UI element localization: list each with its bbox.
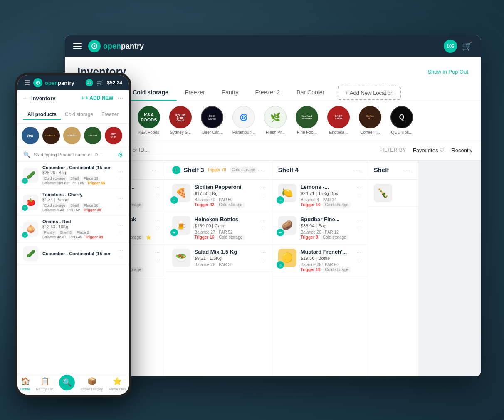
item-pepperoni-add-btn[interactable]: + — [170, 196, 178, 204]
mobile-item-tomatoes-more[interactable]: ··· — [118, 195, 123, 202]
item-beef-heart[interactable]: ♡ — [155, 225, 160, 232]
mobile-item-cucumber-heart[interactable]: ♡ — [119, 176, 123, 182]
supplier-logo-sydney[interactable]: SydneySmallGood Sydney S... — [168, 106, 193, 135]
mobile-search: 🔍 ⚙ — [17, 148, 129, 162]
mobile-tab-cold[interactable]: Cold storage — [61, 110, 97, 120]
hamburger-menu-icon[interactable] — [73, 43, 82, 49]
item-spudbar-heart[interactable]: ♡ — [357, 225, 362, 232]
item-lemons-add-btn[interactable]: + — [277, 196, 284, 204]
item-pepperoni-heart[interactable]: ♡ — [261, 193, 266, 199]
tab-pantry[interactable]: Pantry — [213, 85, 247, 101]
supplier-logo-coffee[interactable]: CoffeeH... Coffee H... — [358, 106, 383, 135]
cart-icon[interactable]: 🛒 — [462, 41, 472, 51]
user-avatar[interactable]: 105 — [444, 40, 457, 53]
item-mustard-add-btn[interactable]: + — [277, 261, 284, 269]
svg-point-1 — [94, 45, 95, 47]
item-heineken-heart[interactable]: ♡ — [261, 225, 266, 232]
shelf-partial-more[interactable]: ··· — [403, 166, 412, 174]
mobile-item-tomatoes-info: Tomatoes - Cherry $1.84 | Punnet Cold st… — [42, 192, 114, 212]
mobile-item-tomatoes-add[interactable]: + — [22, 205, 28, 211]
logo-area: openpantry — [88, 40, 437, 52]
item-lemons-more[interactable]: ··· — [357, 184, 362, 190]
item-salad: 🥗 Salad Mix 1.5 Kg $9.21 | 1.5Kg Balance… — [166, 245, 272, 272]
mobile-more-button[interactable]: ··· — [118, 94, 123, 102]
item-salad-heart[interactable]: ♡ — [261, 258, 266, 264]
mobile-nav-favs[interactable]: ⭐ Favourites — [109, 377, 126, 391]
shelf-partial-header: Shelf ··· — [368, 161, 418, 180]
item-lemons-trigger: Trigger 10 Cold storage — [301, 202, 353, 208]
tab-freezer-2[interactable]: Freezer 2 — [247, 85, 288, 101]
tab-cold-storage[interactable]: Cold storage — [124, 85, 177, 101]
item-chilli-more[interactable]: ··· — [155, 249, 160, 255]
supplier-name-fine-food: Fine Foo... — [297, 130, 317, 135]
mobile-search-btn[interactable]: 🔍 — [59, 375, 75, 390]
mobile-filter-icon[interactable]: ⚙ — [118, 151, 123, 158]
shelf-3-more[interactable]: ··· — [257, 166, 266, 174]
mobile-supplier-fine[interactable]: fine food — [84, 127, 101, 144]
tab-bar-cooler[interactable]: Bar Cooler — [288, 85, 333, 101]
item-heineken-more[interactable]: ··· — [261, 216, 266, 223]
item-spudbar-add-btn[interactable]: + — [277, 229, 284, 236]
supplier-logo-beer-cartel[interactable]: BeerCartel Beer Car... — [200, 106, 225, 135]
mobile-cart-icon[interactable]: 🛒 — [96, 79, 104, 86]
favourites-filter[interactable]: Favourites ♡ — [413, 147, 445, 153]
mobile-back-button[interactable]: ← Inventory — [23, 95, 56, 101]
item-beef-more[interactable]: ··· — [155, 216, 160, 223]
mobile-nav-orders[interactable]: 📦 Order History — [81, 377, 103, 391]
shelf-3-add-btn[interactable]: + — [172, 166, 180, 174]
mobile-hamburger-icon[interactable]: ☰ — [24, 79, 30, 87]
recently-filter[interactable]: Recently — [451, 147, 472, 153]
mobile-item-onions-more[interactable]: ··· — [118, 222, 123, 229]
supplier-logo-fine-food[interactable]: fine foodaustralia Fine Foo... — [294, 106, 319, 135]
mobile-inventory-header: ← Inventory + + ADD NEW ··· — [17, 90, 129, 106]
show-popout-button[interactable]: Show in Pop Out — [427, 69, 468, 75]
supplier-logo-enoteca[interactable]: ENOTSYDN Enoteca... — [326, 106, 351, 135]
item-chilli-heart[interactable]: ♡ — [155, 258, 160, 264]
item-heineken-details: Heineken Bottles $139.00 | Case Balance … — [195, 216, 257, 240]
item-lemons: 🍋 + Lemons -... $24.71 | 15Kg Box Balanc… — [272, 180, 368, 212]
shelf-3-items: 🍕 + Sicilian Pepperoni $17.50 | Kg Balan… — [166, 180, 272, 376]
mobile-nav-search[interactable]: 🔍 — [59, 378, 75, 390]
shelf-4-more[interactable]: ··· — [353, 166, 362, 174]
supplier-logo-paramount[interactable]: 🌀 Paramoun... — [231, 106, 256, 135]
mobile-search-input[interactable] — [34, 152, 114, 157]
mobile-items-list: 🥒 + Cucumber - Continental (15 per $25.2… — [17, 162, 129, 265]
mobile-item-cucumber2-more[interactable]: ··· — [118, 247, 123, 253]
item-pepperoni: 🍕 + Sicilian Pepperoni $17.50 | Kg Balan… — [166, 180, 272, 212]
mobile-favs-label: Favourites — [109, 387, 126, 391]
item-heineken-add-btn[interactable]: + — [170, 229, 178, 236]
item-mustard-trigger: Trigger 18 Cold storage — [301, 267, 353, 272]
tab-freezer[interactable]: Freezer — [177, 85, 213, 101]
item-mustard-more[interactable]: ··· — [357, 249, 362, 255]
mobile-add-new-button[interactable]: + + ADD NEW — [81, 95, 113, 101]
add-location-button[interactable]: + Add New Location — [338, 86, 401, 100]
supplier-logo-qcc[interactable]: Q QCC Hos... — [389, 106, 414, 135]
supplier-logo-fresh[interactable]: 🌿 Fresh Pr... — [263, 106, 288, 135]
item-pepperoni-details: Sicilian Pepperoni $17.50 | Kg Balance 4… — [195, 184, 257, 208]
item-salad-more[interactable]: ··· — [261, 249, 266, 255]
mobile-tab-freezer[interactable]: Freezer — [97, 110, 123, 120]
item-lettuce-more[interactable]: ··· — [155, 184, 160, 190]
mobile-tab-all[interactable]: All products — [23, 110, 61, 120]
item-spudbar-more[interactable]: ··· — [357, 216, 362, 223]
item-pepperoni-more[interactable]: ··· — [261, 184, 266, 190]
mobile-nav-pantry[interactable]: 📋 Pantry List — [36, 377, 54, 391]
mobile-supplier-baked[interactable]: BAKED — [63, 127, 81, 144]
mobile-supplier-coffee[interactable]: Coffee H... — [42, 127, 60, 144]
shelf-2-more[interactable]: ··· — [151, 166, 160, 174]
mobile-item-cucumber-add[interactable]: + — [22, 178, 28, 184]
shelf-3-title: Shelf 3 — [184, 166, 204, 173]
mobile-nav-home[interactable]: 🏠 Home — [20, 377, 30, 391]
mobile-item-onions-add[interactable]: + — [22, 232, 28, 238]
mobile-supplier-enot[interactable]: ENOTSYDN — [105, 127, 122, 144]
mobile-item-onions-heart[interactable]: ♡ — [119, 230, 123, 236]
item-lemons-heart[interactable]: ♡ — [357, 193, 362, 199]
mobile-item-cucumber-more[interactable]: ··· — [118, 168, 123, 175]
supplier-logo-ka[interactable]: K&AFOODS K&A Foods — [136, 106, 161, 135]
mobile-item-tomatoes-heart[interactable]: ♡ — [119, 203, 123, 209]
mobile-supplier-maverick[interactable]: hm — [22, 127, 39, 144]
mobile-item-cucumber2: 🥒 Cucumber - Continental (15 per ··· ♡ — [17, 243, 129, 265]
mobile-item-cucumber2-heart[interactable]: ♡ — [119, 255, 123, 261]
item-mustard-heart[interactable]: ♡ — [357, 258, 362, 264]
item-lettuce-heart[interactable]: ♡ — [155, 193, 160, 199]
